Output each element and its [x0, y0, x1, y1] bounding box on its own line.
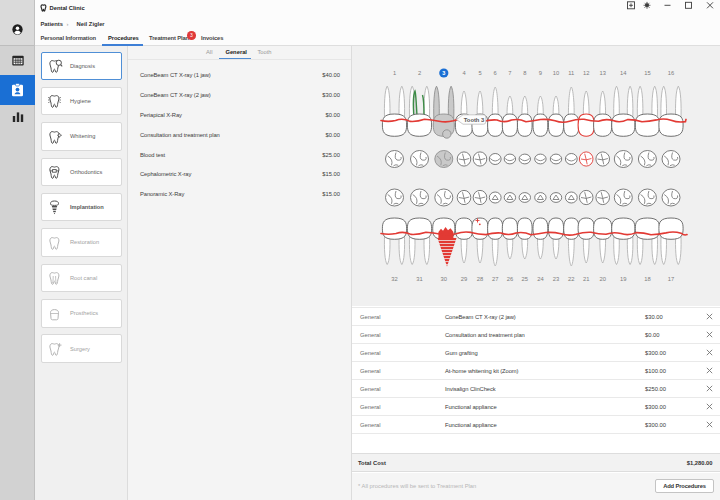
svg-text:21: 21 — [583, 276, 589, 282]
svg-text:5: 5 — [478, 70, 481, 76]
svg-text:13: 13 — [599, 70, 605, 76]
svg-text:24: 24 — [537, 276, 544, 282]
svg-text:26: 26 — [507, 276, 513, 282]
svg-text:22: 22 — [568, 276, 574, 282]
svg-text:15: 15 — [644, 70, 650, 76]
svg-text:8: 8 — [523, 70, 526, 76]
svg-text:11: 11 — [568, 70, 574, 76]
svg-text:10: 10 — [553, 70, 559, 76]
svg-text:2: 2 — [418, 70, 421, 76]
svg-text:Tooth 3: Tooth 3 — [464, 117, 485, 123]
svg-text:1: 1 — [393, 70, 396, 76]
svg-text:9: 9 — [539, 70, 542, 76]
svg-text:31: 31 — [416, 276, 422, 282]
svg-text:3: 3 — [442, 70, 445, 76]
svg-text:25: 25 — [522, 276, 528, 282]
svg-text:17: 17 — [668, 276, 674, 282]
svg-text:16: 16 — [668, 70, 674, 76]
svg-text:19: 19 — [620, 276, 626, 282]
svg-text:6: 6 — [494, 70, 497, 76]
svg-text:18: 18 — [644, 276, 650, 282]
svg-text:12: 12 — [583, 70, 589, 76]
svg-text:29: 29 — [461, 276, 467, 282]
svg-text:27: 27 — [492, 276, 498, 282]
svg-text:20: 20 — [599, 276, 605, 282]
svg-text:14: 14 — [620, 70, 627, 76]
svg-text:23: 23 — [553, 276, 559, 282]
svg-text:28: 28 — [477, 276, 483, 282]
svg-text:7: 7 — [508, 70, 511, 76]
svg-text:4: 4 — [462, 70, 466, 76]
svg-text:30: 30 — [441, 276, 447, 282]
svg-text:32: 32 — [391, 276, 397, 282]
